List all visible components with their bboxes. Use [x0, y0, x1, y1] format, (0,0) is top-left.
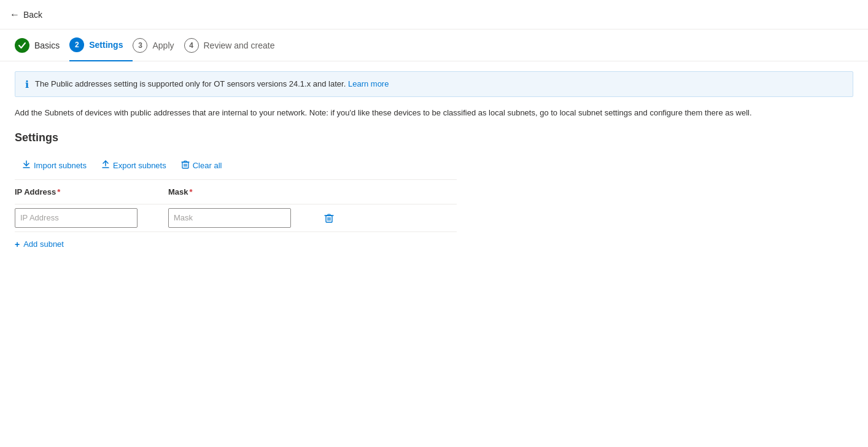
col-mask: Mask*: [168, 185, 322, 199]
import-subnets-label: Import subnets: [34, 161, 87, 170]
ip-address-input[interactable]: [15, 208, 138, 228]
step-apply[interactable]: 3 Apply: [133, 29, 184, 61]
step-review-circle: 4: [184, 38, 199, 53]
add-subnet-button[interactable]: + Add subnet: [15, 233, 64, 255]
ip-address-cell: [15, 208, 168, 228]
mask-cell: [168, 208, 322, 228]
info-banner-text: The Public addresses setting is supporte…: [35, 78, 389, 90]
subnet-table: IP Address* Mask*: [15, 179, 457, 255]
step-review[interactable]: 4 Review and create: [184, 29, 285, 61]
info-banner: ℹ The Public addresses setting is suppor…: [15, 71, 853, 97]
learn-more-link[interactable]: Learn more: [348, 79, 389, 88]
step-basics-label: Basics: [34, 41, 60, 50]
col-ip-address: IP Address*: [15, 185, 168, 199]
step-settings-label: Settings: [89, 40, 123, 50]
step-review-label: Review and create: [204, 41, 275, 50]
info-icon: ℹ: [25, 79, 29, 90]
toolbar: Import subnets Export subnets: [15, 157, 853, 179]
mask-input[interactable]: [168, 208, 291, 228]
back-arrow-icon: ←: [10, 9, 20, 20]
wizard-steps: Basics 2 Settings 3 Apply 4 Review and c…: [0, 29, 868, 61]
export-subnets-button[interactable]: Export subnets: [94, 157, 174, 174]
step-settings[interactable]: 2 Settings: [69, 29, 133, 61]
mask-required-star: *: [190, 187, 193, 196]
back-button[interactable]: ← Back: [10, 9, 42, 20]
clear-all-label: Clear all: [193, 161, 222, 170]
checkmark-icon: [18, 41, 26, 50]
step-apply-number: 3: [138, 41, 142, 50]
step-basics[interactable]: Basics: [15, 29, 69, 61]
step-settings-circle: 2: [69, 37, 84, 52]
back-label: Back: [23, 10, 42, 20]
section-title: Settings: [15, 131, 853, 144]
delete-icon: [324, 213, 334, 223]
step-apply-circle: 3: [133, 38, 147, 53]
col-actions: [322, 185, 358, 199]
step-apply-label: Apply: [152, 41, 174, 50]
add-icon: +: [15, 239, 20, 249]
step-basics-circle: [15, 38, 29, 53]
step-review-number: 4: [189, 41, 193, 50]
top-bar: ← Back: [0, 0, 868, 29]
delete-cell: [322, 211, 358, 225]
add-subnet-label: Add subnet: [23, 239, 64, 249]
export-icon: [101, 160, 110, 171]
table-row: [15, 204, 457, 232]
step-settings-number: 2: [75, 41, 79, 49]
clear-all-button[interactable]: Clear all: [174, 157, 230, 174]
import-subnets-button[interactable]: Import subnets: [15, 157, 94, 174]
delete-row-button[interactable]: [322, 211, 336, 225]
main-content: ℹ The Public addresses setting is suppor…: [0, 61, 868, 265]
export-subnets-label: Export subnets: [113, 161, 166, 170]
import-icon: [22, 160, 31, 171]
table-header: IP Address* Mask*: [15, 180, 457, 204]
description-text: Add the Subnets of devices with public a…: [15, 107, 853, 119]
clear-icon: [181, 160, 190, 171]
ip-required-star: *: [57, 187, 60, 196]
